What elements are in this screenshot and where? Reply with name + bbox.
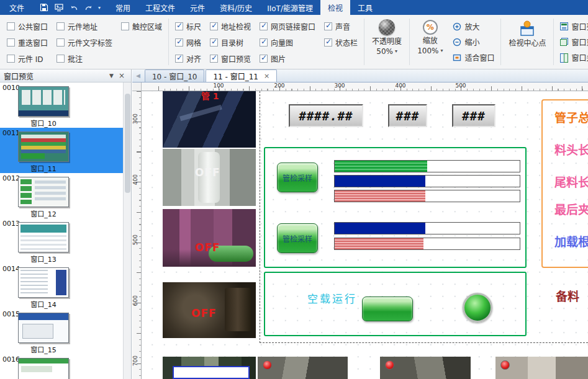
checkbox[interactable] bbox=[57, 55, 65, 63]
toggle-window-preview[interactable]: 窗口预览 bbox=[210, 53, 251, 64]
toggle-web-link-window[interactable]: 网页链接窗口 bbox=[260, 21, 315, 32]
zoom-out-button[interactable]: 缩小 bbox=[453, 37, 494, 47]
checkbox[interactable] bbox=[324, 22, 332, 30]
checkbox[interactable] bbox=[7, 38, 15, 47]
tab-data-history[interactable]: 资料/历史 bbox=[212, 0, 260, 15]
pipe-sample-button-1[interactable]: 管检采样 bbox=[277, 163, 318, 192]
checkbox[interactable] bbox=[210, 55, 218, 63]
bargraph-green[interactable] bbox=[334, 160, 520, 172]
checkbox[interactable] bbox=[7, 55, 15, 63]
file-menu[interactable]: 文件 bbox=[0, 0, 34, 15]
window-item-10[interactable]: 0010 窗口_10 bbox=[0, 82, 124, 128]
window-cascade-button[interactable]: 窗口重叠 bbox=[560, 37, 588, 47]
sidebar-scrollbar[interactable] bbox=[123, 82, 131, 379]
bargraph-red-1[interactable] bbox=[334, 190, 520, 202]
checkbox[interactable] bbox=[210, 22, 218, 30]
tab-scroll-left-icon[interactable] bbox=[134, 73, 145, 82]
doc-tab-window-10[interactable]: 10 - 窗口_10 bbox=[145, 69, 205, 82]
window-tile-button[interactable]: 窗口并列 bbox=[560, 52, 588, 63]
numeric-display-1[interactable]: ####.## bbox=[289, 104, 363, 127]
opacity-control[interactable]: 不透明度 50% bbox=[366, 16, 407, 68]
checkbox[interactable] bbox=[260, 55, 268, 63]
window-item-15[interactable]: 0015 窗口_15 bbox=[0, 309, 124, 354]
toggle-element-address[interactable]: 元件地址 bbox=[57, 21, 112, 32]
window-thumbnail[interactable] bbox=[18, 313, 69, 343]
toggle-touch-area[interactable]: 触控区域 bbox=[121, 21, 162, 32]
checkbox[interactable] bbox=[57, 38, 65, 47]
toggle-comment[interactable]: 批注 bbox=[57, 53, 112, 64]
window-list-button[interactable]: 窗口列表 bbox=[560, 21, 588, 32]
toggle-snap[interactable]: 对齐 bbox=[175, 53, 201, 64]
machine-photo-3[interactable]: OFF bbox=[163, 209, 256, 267]
zoom-in-button[interactable]: 放大 bbox=[453, 21, 494, 32]
quick-access-caret-icon[interactable] bbox=[98, 5, 101, 11]
doc-tab-window-11[interactable]: 11 - 窗口_11 bbox=[206, 69, 277, 82]
numeric-display-3[interactable]: ### bbox=[452, 104, 495, 127]
dropdown-caret-icon[interactable] bbox=[395, 48, 397, 54]
idle-run-button[interactable] bbox=[362, 297, 413, 321]
checkbox[interactable] bbox=[57, 22, 65, 30]
save-icon[interactable] bbox=[38, 2, 49, 13]
fit-window-button[interactable]: 适合窗口 bbox=[453, 52, 494, 63]
machine-photo-2[interactable]: OFF bbox=[163, 149, 256, 206]
numeric-display-2[interactable]: ### bbox=[388, 104, 427, 127]
bargraph-red-2[interactable] bbox=[334, 238, 520, 250]
checkbox[interactable] bbox=[7, 22, 15, 30]
zoom-control[interactable]: 缩放 100% bbox=[412, 16, 448, 68]
toggle-ruler[interactable]: 标尺 bbox=[175, 21, 201, 32]
window-item-14[interactable]: 0014 窗口_14 bbox=[0, 264, 124, 309]
machine-photo-4[interactable]: OFF bbox=[163, 282, 256, 338]
design-canvas[interactable]: 管 1 OFF OFF OFF ####.## ### ### 管检采样 bbox=[142, 91, 588, 379]
toggle-address-view[interactable]: 地址检视 bbox=[210, 21, 251, 32]
tab-iiot-energy[interactable]: IIoT/能源管理 bbox=[260, 0, 320, 15]
checkbox[interactable] bbox=[175, 55, 183, 63]
bargraph-blue-2[interactable] bbox=[334, 222, 520, 234]
panel-dropdown-icon[interactable] bbox=[107, 73, 116, 79]
toggle-status-bar[interactable]: 状态栏 bbox=[324, 37, 358, 48]
view-center-button[interactable]: 检视中心点 bbox=[503, 16, 551, 68]
toggle-element-text-label[interactable]: 元件文字标签 bbox=[57, 37, 112, 48]
panel-close-icon[interactable] bbox=[116, 71, 127, 80]
redo-icon[interactable] bbox=[83, 2, 94, 13]
toggle-vector-graphics[interactable]: 向量图 bbox=[260, 37, 315, 48]
checkbox[interactable] bbox=[210, 38, 218, 47]
window-item-12[interactable]: 0012 窗口_12 bbox=[0, 173, 124, 218]
toggle-public-window[interactable]: 公共窗口 bbox=[7, 21, 48, 32]
scrollbar-thumb[interactable] bbox=[125, 94, 130, 193]
window-thumbnail[interactable] bbox=[18, 267, 69, 298]
tab-components[interactable]: 元件 bbox=[183, 0, 212, 15]
checkbox[interactable] bbox=[324, 38, 332, 47]
checkbox[interactable] bbox=[121, 22, 129, 30]
toggle-element-id[interactable]: 元件 ID bbox=[7, 53, 48, 64]
checkbox[interactable] bbox=[260, 22, 268, 30]
toggle-grid[interactable]: 网格 bbox=[175, 37, 201, 48]
machine-photo-bottom-3[interactable] bbox=[495, 357, 588, 379]
window-thumbnail[interactable] bbox=[18, 132, 69, 162]
window-item-16[interactable]: 0016 bbox=[0, 354, 124, 379]
checkbox[interactable] bbox=[175, 38, 183, 47]
checkbox[interactable] bbox=[175, 22, 183, 30]
window-thumbnail[interactable] bbox=[18, 177, 69, 207]
bargraph-blue-1[interactable] bbox=[334, 175, 520, 187]
toggle-sound[interactable]: 声音 bbox=[324, 21, 358, 32]
tab-project-files[interactable]: 工程文件 bbox=[138, 0, 183, 15]
machine-photo-bottom-2[interactable] bbox=[380, 357, 471, 379]
undo-icon[interactable] bbox=[68, 2, 79, 13]
checkbox[interactable] bbox=[260, 38, 268, 47]
window-thumbnail[interactable] bbox=[18, 86, 69, 117]
window-thumbnail[interactable] bbox=[18, 358, 69, 379]
toggle-picture[interactable]: 图片 bbox=[260, 53, 315, 64]
window-item-13[interactable]: 0013 窗口_13 bbox=[0, 218, 124, 264]
green-led-indicator[interactable] bbox=[463, 293, 492, 323]
dropdown-caret-icon[interactable] bbox=[440, 48, 443, 53]
machine-photo-1[interactable]: 管 1 bbox=[163, 91, 256, 148]
pipe-sample-button-2[interactable]: 管检采样 bbox=[277, 223, 318, 253]
toggle-tree-view[interactable]: 目录树 bbox=[210, 37, 251, 48]
tab-view[interactable]: 检视 bbox=[320, 0, 350, 15]
tab-tools[interactable]: 工具 bbox=[350, 0, 380, 15]
tab-common[interactable]: 常用 bbox=[108, 0, 138, 15]
export-image-icon[interactable] bbox=[53, 2, 64, 13]
window-item-11[interactable]: 0011 窗口_11 bbox=[0, 128, 124, 173]
toggle-overlay-window[interactable]: 重迭窗口 bbox=[7, 37, 48, 48]
machine-photo-bottom-1[interactable] bbox=[258, 357, 348, 379]
